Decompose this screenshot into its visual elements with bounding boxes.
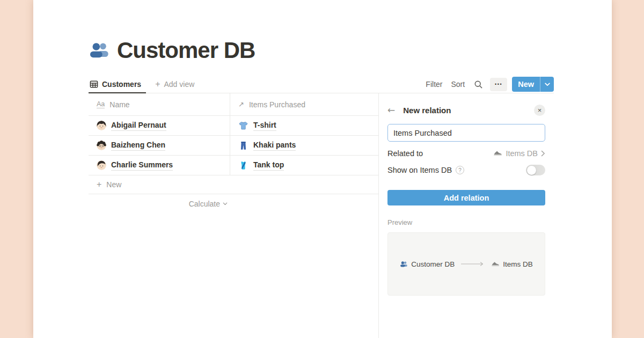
back-arrow-icon[interactable]: ← [387,106,395,115]
toggle-knob [527,166,536,175]
tab-customers-label: Customers [102,80,141,89]
running-shoe-icon [491,260,500,268]
show-on-toggle[interactable] [526,165,545,175]
customer-name[interactable]: Charlie Summers [111,160,173,170]
related-db-name: Items DB [506,149,538,158]
people-icon [89,40,110,61]
new-row-button[interactable]: + New [89,175,378,194]
view-tab-bar: Customers + Add view Filter Sort ••• N [89,76,554,93]
column-header-items-purchased[interactable]: ↗ Items Purchased [230,93,378,115]
new-record-label: New [512,77,540,92]
preview-source-label: Customer DB [411,260,455,268]
new-record-dropdown[interactable] [540,77,554,92]
item-cell[interactable]: Khaki pants [230,136,378,155]
panel-header: ← New relation × [387,105,545,116]
boy-side-part-avatar [97,160,106,170]
page-title: Customer DB [117,38,255,63]
column-items-label: Items Purchased [249,100,305,109]
calculate-label: Calculate [189,200,220,208]
add-view-button[interactable]: + Add view [155,80,194,89]
column-header-name[interactable]: Aa Name [89,93,230,115]
tab-customers[interactable]: Customers [89,76,146,93]
people-icon [400,260,408,268]
ellipsis-icon: ••• [495,82,502,87]
show-on-label: Show on Items DB [387,166,452,174]
table-view-icon [90,80,98,89]
customer-name[interactable]: Abigail Pernaut [111,120,166,130]
relation-arrow-icon: ↗ [238,100,244,108]
related-to-label: Related to [387,149,423,158]
t-shirt-icon [238,121,248,131]
related-to-row[interactable]: Related to Items DB [387,149,545,158]
running-shoe-icon [493,149,502,158]
add-view-label: Add view [164,80,194,89]
new-relation-panel: ← New relation × Related to Items DB [378,93,554,338]
table-row: Charlie Summers Tank top [89,156,378,175]
search-icon [474,80,483,89]
panel-title: New relation [403,106,451,115]
relation-name-input[interactable] [387,124,545,142]
add-relation-button[interactable]: Add relation [387,190,545,205]
new-row-label: New [106,180,121,189]
database-toolbar: Filter Sort ••• New [417,77,554,92]
name-cell[interactable]: Baizheng Chen [89,136,230,155]
name-cell[interactable]: Abigail Pernaut [89,116,230,135]
help-icon[interactable]: ? [456,166,464,174]
page-header: Customer DB [89,38,255,63]
girl-dark-bob-avatar [97,121,106,130]
item-cell[interactable]: Tank top [230,156,378,175]
relation-preview-box: Customer DB Items DB [387,232,545,296]
plus-icon: + [97,180,101,189]
calculate-dropdown[interactable]: Calculate [89,200,230,208]
chevron-right-icon [541,150,545,157]
customer-name[interactable]: Baizheng Chen [111,140,165,150]
close-icon: × [538,107,542,114]
item-cell[interactable]: T-shirt [230,116,378,135]
show-on-row: Show on Items DB ? [387,165,545,175]
table-header-row: Aa Name ↗ Items Purchased [89,93,378,116]
sort-button[interactable]: Sort [451,80,465,89]
preview-label: Preview [387,218,545,226]
item-name[interactable]: T-shirt [253,120,276,130]
text-property-icon: Aa [97,100,105,108]
filter-button[interactable]: Filter [426,80,442,89]
column-name-label: Name [109,100,129,109]
item-name[interactable]: Tank top [253,160,284,170]
preview-target-label: Items DB [503,260,533,268]
long-arrow-right-icon [460,261,485,267]
plus-icon: + [155,80,160,89]
notion-page-card: Customer DB Customers + Add view Filter … [33,0,612,338]
close-button[interactable]: × [534,105,545,116]
table-row: Abigail Pernaut T-shirt [89,116,378,136]
customers-table: Aa Name ↗ Items Purchased [89,93,378,208]
chevron-down-icon [545,83,550,86]
running-shirt-icon [238,160,248,171]
chevron-down-icon [223,202,228,205]
item-name[interactable]: Khaki pants [253,140,296,150]
more-options-button[interactable]: ••• [490,78,507,91]
related-to-value[interactable]: Items DB [493,149,545,158]
preview-source: Customer DB [400,260,455,268]
table-row: Baizheng Chen Khaki pants [89,136,378,156]
search-button[interactable] [474,80,483,89]
preview-target: Items DB [491,260,533,268]
name-cell[interactable]: Charlie Summers [89,156,230,175]
jeans-icon [238,141,248,151]
new-record-button[interactable]: New [512,77,554,92]
boy-curly-hair-avatar [97,141,106,150]
